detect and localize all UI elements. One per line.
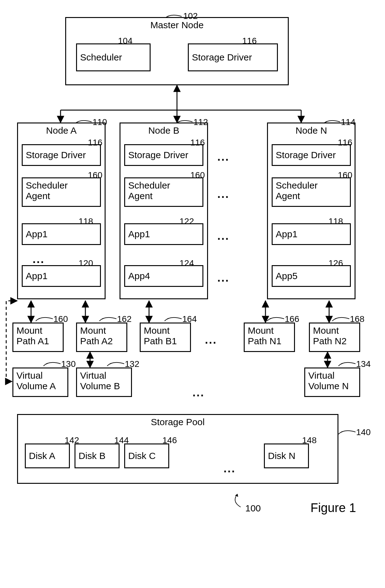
node-n-app2-label: App5	[276, 271, 297, 281]
ref-node-b-sa: 160	[190, 170, 205, 180]
ref-node-n: 114	[341, 117, 356, 127]
node-n-app2: App5	[272, 265, 351, 287]
node-n-sd-label: Storage Driver	[276, 150, 336, 160]
disk-n: Disk N	[264, 443, 309, 468]
disk-c-label: Disk C	[128, 451, 156, 461]
ref-scheduler: 104	[118, 36, 133, 46]
ref-mount-n1: 166	[285, 314, 299, 324]
col-ell-1: ...	[217, 150, 229, 163]
mount-n2-label: Mount Path N2	[313, 325, 346, 346]
ref-mount-a2: 162	[117, 314, 132, 324]
disk-a-label: Disk A	[29, 451, 55, 461]
ref-node-a: 110	[93, 117, 107, 127]
disk-ellipsis: ...	[224, 462, 236, 475]
node-a-schedagent-label: Scheduler Agent	[26, 180, 68, 201]
volume-a: Virtual Volume A	[12, 368, 68, 397]
mount-n2: Mount Path N2	[309, 323, 360, 352]
mount-a2: Mount Path A2	[76, 323, 127, 352]
volume-b: Virtual Volume B	[76, 368, 132, 397]
ref-storage-pool: 140	[356, 427, 371, 437]
mount-ellipsis: ...	[205, 333, 217, 346]
ref-node-n-sa: 160	[338, 170, 352, 180]
master-node-title: Master Node	[66, 20, 288, 30]
node-a-storage-driver-label: Storage Driver	[26, 150, 86, 160]
ref-node-a-app1: 118	[79, 216, 93, 226]
storage-driver-master-box: Storage Driver	[188, 43, 278, 71]
ref-node-b: 112	[193, 117, 208, 127]
disk-a: Disk A	[25, 443, 70, 468]
node-b-scheduler-agent: Scheduler Agent	[124, 177, 203, 207]
node-a-title: Node A	[18, 125, 105, 136]
mount-b1-label: Mount Path B1	[144, 325, 177, 346]
ref-mount-n2: 168	[350, 314, 365, 324]
volume-n: Virtual Volume N	[304, 368, 360, 397]
ref-node-b-sd: 116	[190, 138, 205, 148]
node-b-app2: App4	[124, 265, 203, 287]
scheduler-label: Scheduler	[80, 52, 122, 63]
node-b-sd-label: Storage Driver	[128, 150, 188, 160]
storage-driver-master-label: Storage Driver	[192, 52, 252, 63]
node-n-scheduler-agent: Scheduler Agent	[272, 177, 351, 207]
storage-pool-title: Storage Pool	[18, 417, 337, 427]
col-ell-2: ...	[217, 188, 229, 201]
ref-node-a-app2: 120	[79, 258, 93, 268]
ref-node-b-app2: 124	[179, 258, 194, 268]
ref-mount-b1: 164	[182, 314, 197, 324]
ref-vol-n: 134	[356, 359, 371, 369]
col-ell-3: ...	[217, 229, 229, 243]
node-b-sa-label: Scheduler Agent	[128, 180, 170, 201]
ref-vol-a: 130	[61, 359, 76, 369]
node-a-app2: App1	[22, 265, 101, 287]
volume-a-label: Virtual Volume A	[16, 370, 56, 391]
ref-node-n-app1: 118	[328, 216, 343, 226]
node-b-app1-label: App1	[128, 229, 150, 239]
node-a-app1: App1	[22, 223, 101, 245]
node-n-app1: App1	[272, 223, 351, 245]
volume-b-label: Virtual Volume B	[80, 370, 120, 391]
node-a-app2-label: App1	[26, 271, 48, 281]
ref-disk-c: 146	[162, 435, 177, 445]
node-n-app1-label: App1	[276, 229, 297, 239]
scheduler-box: Scheduler	[76, 43, 151, 71]
ref-node-n-sd: 116	[338, 138, 352, 148]
node-a-ellipsis: ...	[33, 253, 45, 266]
ref-system: 100	[245, 503, 261, 514]
node-b-app2-label: App4	[128, 271, 150, 281]
disk-b: Disk B	[75, 443, 120, 468]
mount-a1-label: Mount Path A1	[16, 325, 49, 346]
mount-n1: Mount Path N1	[244, 323, 295, 352]
node-a-app1-label: App1	[26, 229, 48, 239]
node-b-app1: App1	[124, 223, 203, 245]
ref-node-a-sd: 116	[88, 138, 102, 148]
ref-node-b-app1: 122	[179, 216, 194, 226]
ref-disk-n: 148	[302, 435, 317, 445]
mount-a2-label: Mount Path A2	[80, 325, 113, 346]
mount-n1-label: Mount Path N1	[248, 325, 281, 346]
mount-a1: Mount Path A1	[12, 323, 64, 352]
ref-node-n-app2: 126	[328, 258, 343, 268]
disk-n-label: Disk N	[268, 451, 295, 461]
ref-storage-driver-master: 116	[242, 36, 257, 46]
disk-b-label: Disk B	[79, 451, 106, 461]
ref-vol-b: 132	[125, 359, 139, 369]
mount-b1: Mount Path B1	[140, 323, 191, 352]
ref-master: 102	[183, 11, 198, 21]
node-a-scheduler-agent: Scheduler Agent	[22, 177, 101, 207]
ref-mount-a1: 160	[53, 314, 68, 324]
vol-ellipsis: ...	[192, 386, 205, 399]
ref-node-a-sa: 160	[88, 170, 102, 180]
disk-c: Disk C	[124, 443, 169, 468]
col-ell-4: ...	[217, 271, 229, 284]
node-n-sa-label: Scheduler Agent	[276, 180, 318, 201]
figure-label: Figure 1	[310, 501, 356, 515]
volume-n-label: Virtual Volume N	[308, 370, 349, 391]
